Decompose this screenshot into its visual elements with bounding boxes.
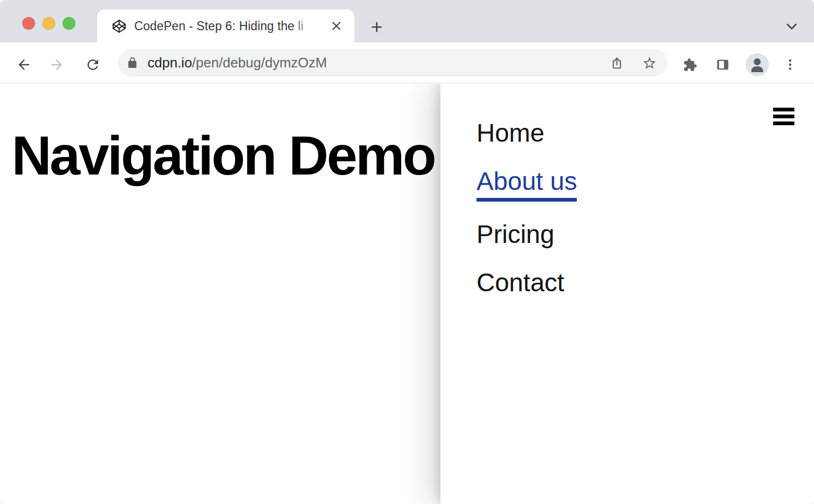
browser-menu-button[interactable] [778,53,802,76]
window-zoom-button[interactable] [63,17,75,30]
browser-window: CodePen - Step 6: Hiding the li [0,0,814,504]
hamburger-icon [773,108,794,111]
codepen-logo-icon [112,19,126,33]
url-text: cdpn.io/pen/debug/dymzOzM [148,55,327,71]
back-button[interactable] [12,53,36,76]
tab-search-button[interactable] [781,18,802,37]
tab-title: CodePen - Step 6: Hiding the li [134,19,318,33]
plus-icon [368,19,385,36]
new-tab-button[interactable] [366,16,387,38]
extensions-button[interactable] [678,53,702,76]
nav-panel: Home About us Pricing Contact [440,84,814,504]
nav-item-contact: Contact [477,267,814,298]
forward-button[interactable] [45,53,68,76]
chevron-down-icon [785,22,798,32]
puzzle-icon [683,58,697,72]
nav-link-contact[interactable]: Contact [477,268,564,297]
nav-link-about[interactable]: About us [477,166,577,202]
address-bar[interactable]: cdpn.io/pen/debug/dymzOzM [118,49,668,76]
window-controls [22,17,75,30]
forward-arrow-icon [49,57,65,73]
reload-button[interactable] [81,53,105,76]
site-navigation: Home About us Pricing Contact [440,84,814,298]
nav-link-pricing[interactable]: Pricing [477,220,555,248]
reload-icon [85,57,101,73]
nav-item-pricing: Pricing [477,219,814,250]
tab-close-button[interactable] [329,19,344,33]
profile-avatar[interactable] [746,53,769,76]
star-icon [642,56,657,71]
browser-toolbar: cdpn.io/pen/debug/dymzOzM [0,42,814,83]
window-close-button[interactable] [22,17,35,30]
tab-strip: CodePen - Step 6: Hiding the li [0,0,814,42]
side-panel-icon [715,57,730,72]
lock-icon[interactable] [126,57,138,69]
nav-link-home[interactable]: Home [477,119,544,147]
close-icon [330,19,343,33]
back-arrow-icon [16,57,32,73]
browser-tab[interactable]: CodePen - Step 6: Hiding the li [97,10,354,42]
share-icon [610,56,624,71]
page-content: Navigation Demo Home About us Pricing Co… [0,84,814,504]
side-panel-button[interactable] [711,53,734,76]
nav-item-about: About us [477,166,814,202]
menu-toggle-button[interactable] [773,108,794,125]
window-minimize-button[interactable] [42,17,55,30]
share-button[interactable] [605,51,628,75]
nav-item-home: Home [477,118,814,149]
kebab-menu-icon [783,58,797,72]
url-domain: cdpn.io [148,55,192,71]
url-path: /pen/debug/dymzOzM [192,55,327,71]
bookmark-button[interactable] [638,51,661,75]
avatar-icon [746,53,769,76]
